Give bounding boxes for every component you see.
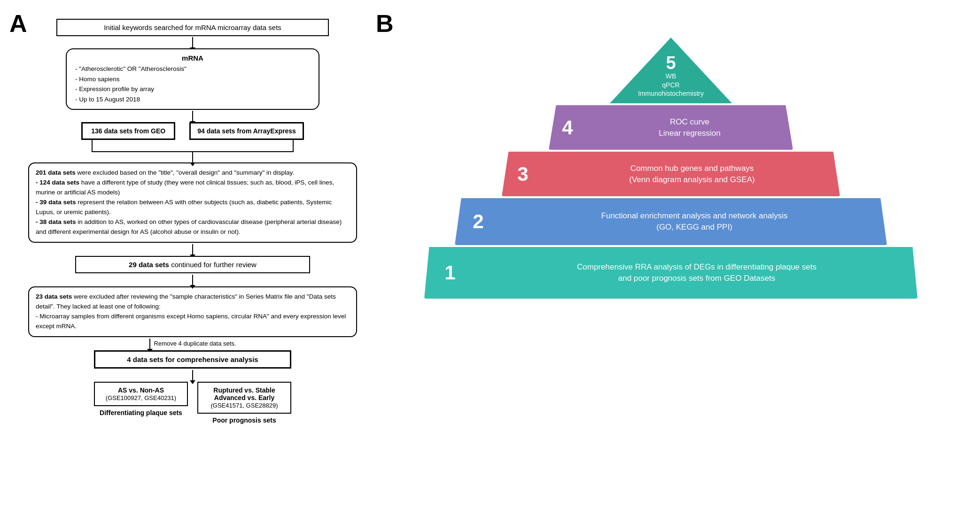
arrow-6	[192, 370, 193, 380]
section-label-b: B	[376, 9, 394, 38]
arrow-3	[192, 244, 193, 254]
layer2-text-area: Functional enrichment analysis and netwo…	[502, 210, 887, 233]
arrow-2	[192, 111, 193, 121]
pyramid-layer-2: 2 Functional enrichment analysis and net…	[455, 198, 887, 245]
pyramid-wrapper: 5 WBqPCRImmunohistochemistry 4 ROC curve…	[424, 38, 918, 301]
layer2-number: 2	[473, 210, 483, 233]
remove-note-row: Remove 4 duplicate data sets.	[149, 339, 236, 349]
layer3-text-area: Common hub genes and pathways(Venn diagr…	[544, 163, 840, 185]
source-row: 136 data sets from GEO 94 data sets from…	[23, 122, 362, 140]
arrow-5	[149, 339, 150, 349]
continued-box: 29 data sets continued for further revie…	[75, 256, 310, 273]
layer1-number: 1	[444, 262, 455, 284]
pyramid-top-number: 5	[666, 54, 676, 72]
mrna-title: mRNA	[75, 54, 310, 62]
final-left-col: AS vs. Non-AS (GSE100927, GSE40231) Diff…	[94, 382, 188, 416]
initial-keywords-box: Initial keywords searched for mRNA micro…	[56, 19, 329, 36]
layer4-text-area: ROC curveLinear regression	[586, 116, 793, 139]
poor-prognosis-label: Poor prognosis sets	[212, 416, 276, 424]
right-panel: B 5 WBqPCRImmunohistochemistry 4 ROC cur…	[366, 0, 980, 524]
flowchart: Initial keywords searched for mRNA micro…	[23, 19, 362, 424]
arrayexpress-box: 94 data sets from ArrayExpress	[189, 122, 304, 140]
pyramid-layer-1: 1 Comprehensive RRA analysis of DEGs in …	[424, 247, 918, 299]
v-line-left	[92, 140, 93, 151]
layer1-num-area: 1	[424, 262, 476, 284]
as-vs-nonas-box: AS vs. Non-AS (GSE100927, GSE40231)	[94, 382, 188, 406]
diff-plaque-label: Differentiating plaque sets	[100, 409, 182, 416]
layer1-text: Comprehensive RRA analysis of DEGs in di…	[577, 262, 817, 284]
pyramid-layer-4: 4 ROC curveLinear regression	[549, 105, 793, 150]
gse-left: (GSE100927, GSE40231)	[106, 394, 176, 401]
layer3-number: 3	[517, 163, 528, 185]
merge-connector	[92, 140, 294, 162]
final-datasets-box: 4 data sets for comprehensive analysis	[94, 350, 291, 369]
pyramid-top: 5 WBqPCRImmunohistochemistry	[610, 38, 732, 103]
layer1-text-area: Comprehensive RRA analysis of DEGs in di…	[476, 262, 918, 284]
geo-box: 136 data sets from GEO	[81, 122, 175, 140]
layer3-text: Common hub genes and pathways(Venn diagr…	[629, 163, 754, 185]
arrow-1	[192, 37, 193, 47]
remove-note: Remove 4 duplicate data sets.	[154, 340, 236, 347]
exclusion-box-1: 201 data sets were excluded based on the…	[28, 162, 357, 242]
final-boxes-row: AS vs. Non-AS (GSE100927, GSE40231) Diff…	[94, 382, 291, 424]
layer2-num-area: 2	[455, 210, 502, 233]
ruptured-box: Ruptured vs. StableAdvanced vs. Early (G…	[197, 382, 291, 414]
mrna-criteria: - "Atherosclerotic" OR "Atherosclerosis"…	[75, 64, 310, 104]
pyramid-top-text: WBqPCRImmunohistochemistry	[638, 72, 704, 98]
exclusion2-content: 23 data sets were excluded after reviewi…	[36, 292, 350, 331]
arrow-4	[192, 275, 193, 285]
exclusion1-content: 201 data sets were excluded based on the…	[36, 168, 350, 237]
gse-right: (GSE41571, GSE28829)	[210, 402, 278, 409]
mrna-criteria-box: mRNA - "Atherosclerotic" OR "Atheroscler…	[66, 48, 319, 110]
layer4-text: ROC curveLinear regression	[659, 116, 720, 139]
v-line-right	[293, 140, 294, 151]
pyramid-layer-3: 3 Common hub genes and pathways(Venn dia…	[502, 152, 840, 196]
left-panel: A Initial keywords searched for mRNA mic…	[0, 0, 366, 524]
final-right-col: Ruptured vs. StableAdvanced vs. Early (G…	[197, 382, 291, 424]
section-label-a: A	[9, 9, 27, 38]
layer4-number: 4	[562, 116, 573, 139]
exclusion-box-2: 23 data sets were excluded after reviewi…	[28, 286, 357, 337]
layer3-num-area: 3	[502, 163, 544, 185]
layer2-text: Functional enrichment analysis and netwo…	[601, 210, 788, 233]
h-lines	[92, 140, 294, 151]
layer4-num-area: 4	[549, 116, 586, 139]
pyramid-top-inner: 5 WBqPCRImmunohistochemistry	[638, 54, 704, 98]
arrow-merge	[192, 152, 193, 162]
